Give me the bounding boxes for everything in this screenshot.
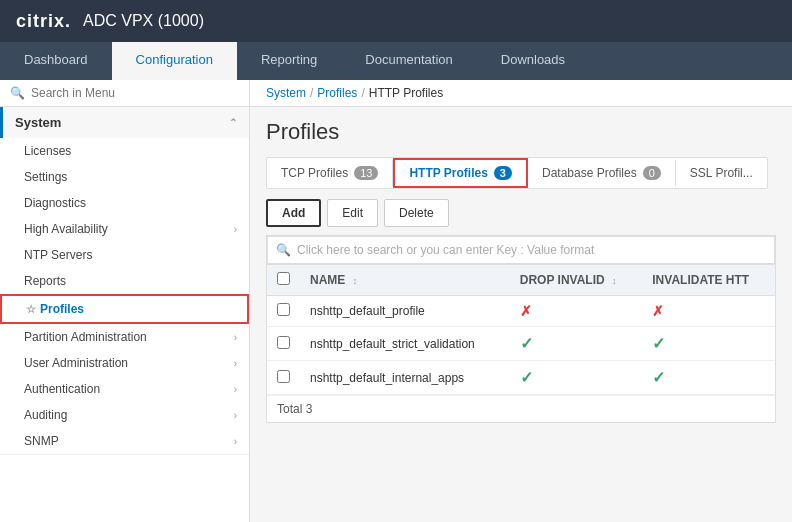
content-inner: Profiles TCP Profiles 13 HTTP Profiles 3… [250, 107, 792, 522]
delete-button[interactable]: Delete [384, 199, 449, 227]
top-header: citrix. ADC VPX (1000) [0, 0, 792, 42]
col-name[interactable]: NAME ↕ [300, 265, 510, 296]
sidebar-item-reports[interactable]: Reports [0, 268, 249, 294]
sidebar-item-authentication[interactable]: Authentication › [0, 376, 249, 402]
sidebar-item-label: Reports [24, 274, 66, 288]
breadcrumb-http-profiles: HTTP Profiles [369, 86, 443, 100]
sidebar-item-settings[interactable]: Settings [0, 164, 249, 190]
check-icon: ✓ [652, 369, 665, 386]
row-checkbox[interactable] [277, 336, 290, 349]
check-icon: ✓ [520, 335, 533, 352]
sidebar-item-label: Settings [24, 170, 67, 184]
x-icon: ✗ [520, 303, 532, 319]
row-name: nshttp_default_internal_apps [300, 361, 510, 395]
sidebar-item-ntp-servers[interactable]: NTP Servers [0, 242, 249, 268]
sidebar-item-licenses[interactable]: Licenses [0, 138, 249, 164]
col-invalidate-http[interactable]: INVALIDATE HTT [642, 265, 775, 296]
col-checkbox [267, 265, 300, 296]
row-checkbox-cell[interactable] [267, 327, 300, 361]
tab-downloads[interactable]: Downloads [477, 42, 589, 80]
tab-configuration[interactable]: Configuration [112, 42, 237, 80]
chevron-right-icon: › [234, 224, 237, 235]
sidebar-item-label: User Administration [24, 356, 128, 370]
tab-database-profiles[interactable]: Database Profiles 0 [528, 160, 676, 186]
sidebar-item-user-administration[interactable]: User Administration › [0, 350, 249, 376]
chevron-right-icon: › [234, 332, 237, 343]
chevron-right-icon: › [234, 410, 237, 421]
search-input[interactable] [31, 86, 239, 100]
sidebar-item-label: Licenses [24, 144, 71, 158]
breadcrumb-system[interactable]: System [266, 86, 306, 100]
search-bar[interactable]: 🔍 [0, 80, 249, 107]
select-all-checkbox[interactable] [277, 272, 290, 285]
check-icon: ✓ [520, 369, 533, 386]
citrix-logo: citrix. [16, 11, 71, 32]
tab-label: TCP Profiles [281, 166, 348, 180]
edit-button[interactable]: Edit [327, 199, 378, 227]
row-invalidate-http: ✗ [642, 296, 775, 327]
breadcrumb-sep-2: / [361, 86, 364, 100]
data-table: NAME ↕ DROP INVALID ↕ INVALIDATE HTT [267, 264, 775, 395]
row-checkbox-cell[interactable] [267, 296, 300, 327]
sidebar-section-header-system[interactable]: System ⌃ [0, 107, 249, 138]
sidebar-item-auditing[interactable]: Auditing › [0, 402, 249, 428]
app-title: ADC VPX (1000) [83, 12, 204, 30]
row-drop-invalid: ✗ [510, 296, 643, 327]
row-drop-invalid: ✓ [510, 327, 643, 361]
table-wrapper: 🔍 Click here to search or you can enter … [266, 235, 776, 423]
check-icon: ✓ [652, 335, 665, 352]
breadcrumb-sep-1: / [310, 86, 313, 100]
tab-label: Database Profiles [542, 166, 637, 180]
tab-reporting[interactable]: Reporting [237, 42, 341, 80]
col-drop-invalid[interactable]: DROP INVALID ↕ [510, 265, 643, 296]
sidebar-item-diagnostics[interactable]: Diagnostics [0, 190, 249, 216]
sidebar-item-high-availability[interactable]: High Availability › [0, 216, 249, 242]
chevron-right-icon: › [234, 358, 237, 369]
page-title: Profiles [266, 119, 776, 145]
tab-http-profiles[interactable]: HTTP Profiles 3 [393, 158, 528, 188]
http-profiles-badge: 3 [494, 166, 512, 180]
tab-label: HTTP Profiles [409, 166, 487, 180]
sidebar-item-profiles[interactable]: ☆ Profiles [0, 294, 249, 324]
tab-tcp-profiles[interactable]: TCP Profiles 13 [267, 160, 393, 186]
row-checkbox-cell[interactable] [267, 361, 300, 395]
content-area: System / Profiles / HTTP Profiles Profil… [250, 80, 792, 522]
total-label: Total [277, 402, 306, 416]
sidebar-section-label: System [15, 115, 61, 130]
row-checkbox[interactable] [277, 370, 290, 383]
tab-dashboard[interactable]: Dashboard [0, 42, 112, 80]
breadcrumb-profiles[interactable]: Profiles [317, 86, 357, 100]
sidebar-item-label: Partition Administration [24, 330, 147, 344]
chevron-right-icon: › [234, 384, 237, 395]
tab-ssl-profiles[interactable]: SSL Profil... [676, 160, 767, 186]
search-icon: 🔍 [10, 86, 25, 100]
add-button[interactable]: Add [266, 199, 321, 227]
sidebar-item-label: Profiles [40, 302, 84, 316]
chevron-down-icon: ⌃ [229, 117, 237, 128]
action-bar: Add Edit Delete [266, 199, 776, 227]
sort-icon-2: ↕ [612, 276, 617, 286]
sidebar-item-label: High Availability [24, 222, 108, 236]
database-profiles-badge: 0 [643, 166, 661, 180]
profile-tabs: TCP Profiles 13 HTTP Profiles 3 Database… [266, 157, 768, 189]
row-invalidate-http: ✓ [642, 327, 775, 361]
tab-documentation[interactable]: Documentation [341, 42, 476, 80]
table-search[interactable]: 🔍 Click here to search or you can enter … [267, 236, 775, 264]
table-row: nshttp_default_strict_validation ✓ ✓ [267, 327, 775, 361]
row-name: nshttp_default_profile [300, 296, 510, 327]
sort-icon: ↕ [353, 276, 358, 286]
table-row: nshttp_default_profile ✗ ✗ [267, 296, 775, 327]
tab-label: SSL Profil... [690, 166, 753, 180]
sidebar: 🔍 System ⌃ Licenses Settings Diagnostics… [0, 80, 250, 522]
sidebar-item-partition-administration[interactable]: Partition Administration › [0, 324, 249, 350]
main-layout: 🔍 System ⌃ Licenses Settings Diagnostics… [0, 80, 792, 522]
sidebar-item-label: NTP Servers [24, 248, 92, 262]
total-count: 3 [306, 402, 313, 416]
row-invalidate-http: ✓ [642, 361, 775, 395]
sidebar-section-system: System ⌃ Licenses Settings Diagnostics H… [0, 107, 249, 455]
row-checkbox[interactable] [277, 303, 290, 316]
sidebar-item-label: Auditing [24, 408, 67, 422]
table-row: nshttp_default_internal_apps ✓ ✓ [267, 361, 775, 395]
sidebar-item-snmp[interactable]: SNMP › [0, 428, 249, 454]
table-search-placeholder: Click here to search or you can enter Ke… [297, 243, 594, 257]
